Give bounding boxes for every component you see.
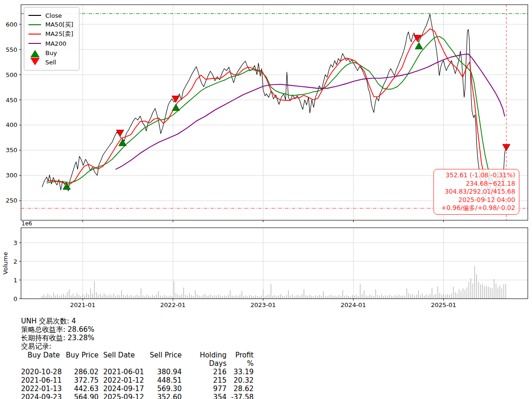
volume-bar [486,286,487,299]
volume-bar [203,295,203,299]
volume-bar [67,292,67,299]
trade-cell: 977 [182,385,227,393]
volume-bar [245,295,246,299]
volume-bar [98,295,99,299]
x-tick-label: 2021-01 [70,301,95,308]
volume-bar [344,296,345,299]
volume-bar [399,294,399,299]
volume-bar [368,296,368,299]
volume-bar [214,295,215,299]
volume-bar [189,294,190,299]
volume-bar [440,293,440,299]
volume-bar [393,296,393,299]
volume-bar [354,296,355,299]
volume-bar [267,295,267,299]
volume-bar [294,296,294,299]
volume-bar [418,290,419,299]
volume-bar [222,296,223,299]
volume-bar [403,295,403,299]
volume-bar [117,294,118,299]
volume-ytick-label: 1 [14,277,17,284]
volume-bar [209,295,209,299]
volume-bar [164,295,164,299]
volume-bar [426,294,426,299]
volume-bar [305,295,306,299]
price-annotation-box: 352.61 (-1.08 -0.31%) 234.68~621.18 304.… [433,169,519,215]
volume-bar [156,294,156,299]
volume-bar [179,295,180,299]
annotation-timestamp: 2025-09-12 04:00 [438,196,515,204]
volume-bar [381,294,382,299]
volume-bar [327,296,327,299]
trade-cell: 2022-01-13 [21,385,64,393]
volume-bar [414,295,415,299]
legend-label: MA25[卖] [45,30,73,38]
volume-bar [465,290,465,299]
legend: CloseMA50[买]MA25[卖]MA200BuySell [24,7,79,70]
price-ytick-label: 400 [6,121,17,128]
volume-bar [360,284,361,299]
volume-bar [110,294,110,299]
trade-cell: 2024-09-23 [21,393,64,399]
volume-bar [216,296,217,299]
volume-bar [263,289,263,299]
volume-bar [83,294,83,299]
volume-bar [275,295,275,299]
buy-marker [172,104,180,111]
volume-bar [401,296,401,299]
volume-bar [106,295,106,299]
volume-bar [496,284,496,299]
volume-bar [298,295,298,299]
volume-bar [500,286,500,299]
volume-bar [342,290,343,299]
volume-bar [257,296,257,299]
line-sample [28,24,41,25]
volume-bar [321,296,321,299]
volume-bar [459,289,459,299]
volume-bar [296,295,296,299]
volume-bar [420,295,420,299]
legend-item-close: Close [28,11,73,20]
trade-col-header: Buy Date [21,351,64,368]
trade-cell: -37.58 [227,393,254,399]
volume-bar [234,296,234,299]
trade-cell: 286.02 [64,368,99,376]
volume-bar [379,296,380,299]
volume-bar [436,294,436,299]
volume-bar [61,295,62,299]
volume-bar [100,294,100,299]
volume-bar [307,296,308,299]
volume-bar [185,295,186,299]
volume-ytick-label: 2 [14,258,17,265]
volume-axis-label: Volume [2,252,9,274]
volume-bar [249,295,250,299]
buy-hold-return-line: 长期持有收益: 23.28% [21,334,254,342]
line-sample [28,15,41,16]
volume-bar [184,287,184,299]
trade-row: 2022-01-13442.632024-09-17569.3097728.62 [21,385,254,393]
price-ytick-label: 500 [6,71,17,78]
volume-bar [325,296,326,299]
volume-bar [323,291,324,299]
volume-bar [470,278,471,299]
volume-bar [468,282,469,299]
volume-bar [364,290,364,299]
volume-bar [300,296,300,299]
trade-cell: 564.90 [64,393,99,399]
volume-bar [152,295,153,299]
volume-bar [166,296,166,299]
volume-bar [142,295,143,299]
volume-bar [337,296,337,299]
volume-ytick-label: 3 [14,239,17,246]
volume-bar [46,296,46,299]
volume-bar [248,296,248,299]
volume-bar [302,294,302,299]
volume-bar [352,295,353,299]
trade-cell: 28.62 [227,385,254,393]
volume-bar [374,296,374,299]
volume-bar [270,284,271,299]
trade-count-line: UNH 交易次数: 4 [21,317,254,325]
legend-item-buy: Buy [28,48,73,57]
volume-bar [121,290,122,299]
volume-bar [63,294,64,299]
